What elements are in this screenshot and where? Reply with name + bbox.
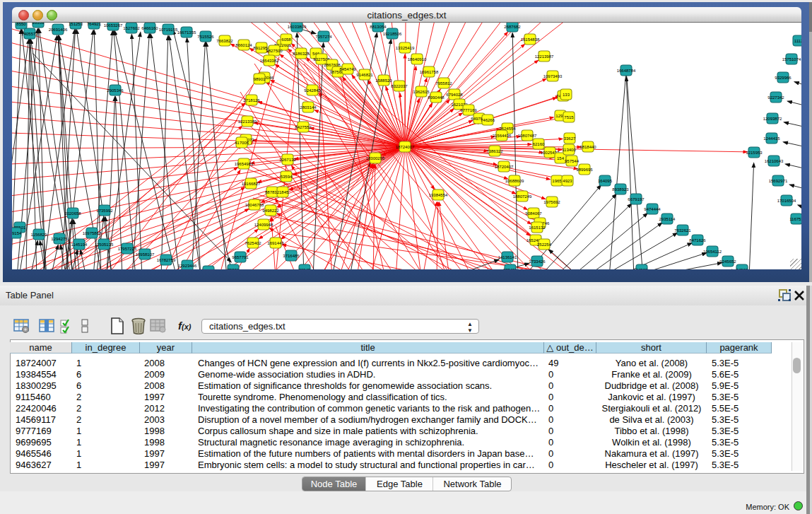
svg-text:10688609: 10688609	[505, 179, 524, 183]
svg-text:18807249: 18807249	[513, 194, 532, 199]
svg-text:12923446: 12923446	[178, 264, 197, 268]
svg-text:17957225: 17957225	[118, 247, 137, 251]
svg-text:8938923: 8938923	[612, 187, 629, 192]
svg-text:7515526: 7515526	[197, 35, 214, 39]
svg-text:7632621: 7632621	[674, 228, 691, 233]
svg-text:15751074: 15751074	[782, 57, 801, 62]
svg-text:1156829: 1156829	[31, 233, 48, 237]
svg-text:1975692: 1975692	[543, 200, 560, 204]
svg-text:80945: 80945	[299, 268, 311, 269]
svg-text:417006: 417006	[235, 141, 249, 145]
svg-text:6058: 6058	[281, 37, 291, 42]
svg-text:12213987: 12213987	[535, 54, 554, 59]
svg-text:10046768: 10046768	[245, 203, 264, 207]
svg-text:154: 154	[557, 156, 565, 160]
svg-text:18720407: 18720407	[495, 165, 514, 169]
svg-text:3716485: 3716485	[283, 254, 300, 258]
svg-text:94506: 94506	[736, 268, 748, 269]
svg-text:746266: 746266	[481, 118, 495, 122]
svg-text:1405571: 1405571	[21, 32, 38, 36]
svg-text:8813054: 8813054	[370, 25, 387, 29]
svg-text:1362615: 1362615	[413, 90, 430, 94]
svg-text:16648784: 16648784	[617, 69, 636, 73]
svg-text:9146821: 9146821	[356, 73, 373, 77]
svg-text:9827500: 9827500	[266, 49, 283, 53]
svg-text:8186328: 8186328	[293, 52, 310, 56]
svg-text:19654983: 19654983	[235, 162, 254, 166]
svg-text:7515: 7515	[564, 115, 574, 119]
svg-text:9818440: 9818440	[579, 145, 596, 149]
svg-text:8322037: 8322037	[391, 84, 408, 88]
svg-text:3267130: 3267130	[279, 158, 296, 162]
svg-text:1735992: 1735992	[96, 209, 113, 213]
svg-text:19218506: 19218506	[383, 32, 402, 36]
svg-text:9777169: 9777169	[460, 108, 477, 112]
svg-text:7625402: 7625402	[245, 241, 261, 245]
svg-text:1615132: 1615132	[529, 226, 546, 230]
svg-text:6679197: 6679197	[628, 197, 645, 201]
svg-text:1294275: 1294275	[51, 237, 68, 241]
svg-text:12409948: 12409948	[254, 223, 273, 227]
svg-text:252254: 252254	[537, 243, 552, 247]
svg-text:16543382: 16543382	[260, 59, 279, 63]
svg-text:1588520: 1588520	[375, 78, 392, 83]
svg-text:8471626: 8471626	[689, 238, 706, 243]
svg-text:133: 133	[563, 93, 570, 97]
svg-text:10975867: 10975867	[83, 231, 102, 235]
svg-text:21845: 21845	[277, 190, 289, 194]
svg-text:957544: 957544	[565, 159, 579, 163]
svg-text:116753: 116753	[789, 217, 801, 221]
svg-text:6794028: 6794028	[446, 93, 463, 97]
svg-text:10958107: 10958107	[136, 252, 155, 257]
svg-text:9084067: 9084067	[525, 211, 542, 216]
svg-text:9329966: 9329966	[775, 76, 792, 80]
svg-text:1244415: 1244415	[763, 136, 780, 141]
svg-text:12093872: 12093872	[763, 117, 782, 121]
svg-text:15692971: 15692971	[769, 179, 788, 183]
svg-text:975401: 975401	[503, 268, 518, 269]
svg-text:10653267: 10653267	[104, 23, 123, 28]
svg-text:9474444: 9474444	[644, 207, 661, 211]
svg-text:1112: 1112	[794, 39, 801, 43]
svg-text:7663822: 7663822	[216, 39, 233, 43]
svg-text:1733426: 1733426	[529, 259, 546, 264]
svg-text:14136141: 14136141	[498, 255, 517, 259]
svg-text:16154838: 16154838	[521, 37, 540, 42]
svg-text:7955812: 7955812	[435, 81, 452, 86]
svg-text:98901: 98901	[254, 77, 266, 81]
svg-text:21564436: 21564436	[493, 134, 512, 138]
svg-text:9245652: 9245652	[719, 259, 736, 264]
svg-text:33627: 33627	[564, 136, 576, 141]
svg-text:16671355: 16671355	[177, 30, 196, 35]
svg-text:3215953: 3215953	[746, 151, 763, 155]
svg-text:12213389: 12213389	[238, 119, 257, 124]
svg-text:2905346: 2905346	[107, 88, 124, 93]
svg-text:17016504: 17016504	[777, 199, 796, 203]
svg-text:7357274: 7357274	[315, 35, 332, 39]
svg-text:18640910: 18640910	[408, 57, 427, 62]
svg-text:16782759: 16782759	[157, 258, 176, 262]
svg-text:10719155: 10719155	[159, 28, 178, 32]
svg-text:7386322: 7386322	[486, 149, 503, 153]
svg-text:2718126: 2718126	[243, 98, 260, 103]
svg-text:4923: 4923	[563, 179, 572, 183]
svg-text:18300295: 18300295	[366, 156, 385, 160]
svg-text:20691406: 20691406	[49, 28, 68, 32]
svg-text:16210643: 16210643	[765, 159, 784, 163]
svg-text:113400: 113400	[562, 148, 576, 152]
svg-text:19384554: 19384554	[429, 193, 448, 197]
svg-text:8990448: 8990448	[428, 95, 445, 100]
svg-text:10807487: 10807487	[518, 134, 537, 138]
svg-text:16961758: 16961758	[420, 70, 439, 74]
svg-text:2935114: 2935114	[659, 217, 676, 221]
svg-text:24502: 24502	[636, 268, 648, 269]
svg-text:1145194: 1145194	[71, 243, 88, 247]
svg-text:10973493: 10973493	[543, 74, 563, 78]
svg-text:9899695: 9899695	[576, 168, 593, 172]
svg-text:19166827: 19166827	[242, 182, 261, 186]
svg-text:6466160: 6466160	[141, 26, 158, 30]
svg-text:39154: 39154	[12, 231, 22, 235]
svg-text:9227342: 9227342	[767, 95, 784, 100]
svg-text:1691443: 1691443	[267, 241, 284, 245]
svg-text:2020658: 2020658	[64, 211, 81, 216]
